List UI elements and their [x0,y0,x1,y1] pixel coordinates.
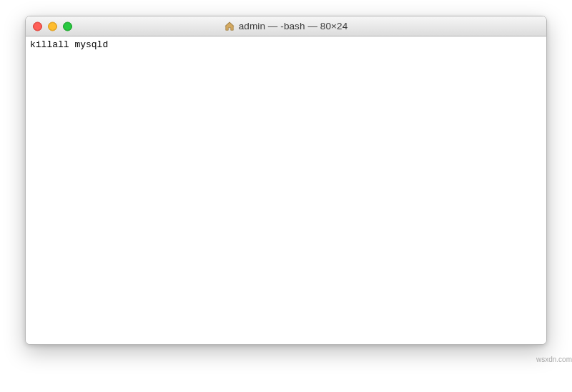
title-center: admin — -bash — 80×24 [33,21,539,31]
terminal-window: admin — -bash — 80×24 killall mysqld [25,16,547,345]
minimize-button[interactable] [48,21,57,31]
title-bar[interactable]: admin — -bash — 80×24 [26,16,546,36]
terminal-content[interactable]: killall mysqld [26,36,546,344]
home-icon [225,21,235,31]
zoom-button[interactable] [63,21,72,31]
attribution-text: wsxdn.com [536,356,572,363]
close-button[interactable] [33,21,42,31]
traffic-lights [33,21,72,31]
window-title: admin — -bash — 80×24 [239,21,348,31]
